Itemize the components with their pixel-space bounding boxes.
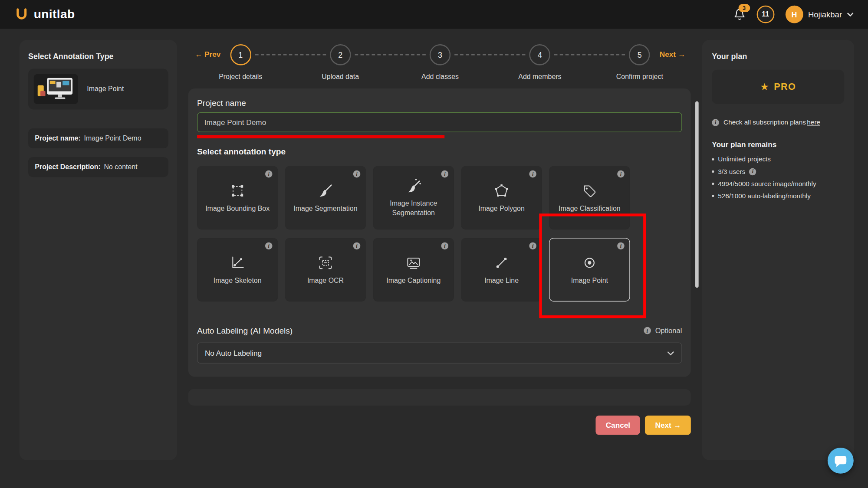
annotation-type-label: Image Captioning — [383, 276, 444, 285]
stepper-next-link[interactable]: Next → — [660, 50, 685, 59]
plan-item-projects: Unlimited projects — [712, 155, 844, 163]
annotation-type-section-title: Select annotation type — [197, 147, 682, 156]
stepper-connector — [554, 54, 625, 56]
info-icon[interactable] — [617, 170, 625, 178]
credits-counter[interactable]: 11 — [756, 6, 774, 23]
cancel-button[interactable]: Cancel — [596, 416, 640, 435]
annotation-type-label: Image Skeleton — [210, 276, 265, 285]
info-icon[interactable] — [441, 242, 449, 250]
user-menu[interactable]: H Hojiakbar — [786, 6, 854, 23]
auto-labeling-select[interactable]: No Auto Labeling — [197, 343, 682, 364]
instance-brush-icon — [405, 178, 422, 194]
notifications-button[interactable]: 3 — [733, 8, 746, 20]
info-icon[interactable] — [529, 242, 536, 250]
info-icon[interactable] — [353, 242, 361, 250]
info-icon[interactable] — [353, 170, 361, 178]
project-description-summary-label: Project Description: — [35, 163, 101, 171]
annotation-type-image-skeleton[interactable]: Image Skeleton — [197, 238, 278, 301]
point-icon — [581, 254, 598, 271]
next-button[interactable]: Next → — [645, 416, 691, 435]
subscription-plans-link[interactable]: here — [807, 118, 820, 126]
auto-labeling-row: Auto Labeling (AI Models) Optional — [197, 326, 682, 335]
annotation-type-image-instance-segmentation[interactable]: Image Instance Segmentation — [373, 166, 454, 230]
summary-title: Select Annotation Type — [28, 52, 168, 61]
step-3-add-classes[interactable]: 3 Add classes — [429, 44, 451, 81]
project-name-summary: Project name: Image Point Demo — [28, 128, 168, 148]
annotation-type-image-segmentation[interactable]: Image Segmentation — [285, 166, 366, 230]
plan-item-auto-labeling: 526/1000 auto-labeling/monthly — [712, 192, 844, 200]
step-5-confirm-project[interactable]: 5 Confirm project — [628, 44, 651, 81]
chevron-down-icon — [847, 12, 854, 16]
avatar: H — [786, 6, 803, 23]
info-icon[interactable] — [712, 119, 719, 126]
project-name-input[interactable] — [197, 112, 682, 132]
project-description-summary: Project Description: No content — [28, 157, 168, 177]
vertical-scrollbar[interactable] — [695, 101, 699, 288]
page-body: Select Annotation Type Image Point Proje… — [0, 29, 868, 460]
step-4-add-members[interactable]: 4 Add members — [529, 44, 551, 81]
annotation-underline — [197, 135, 444, 138]
annotation-type-image-polygon[interactable]: Image Polygon — [461, 166, 542, 230]
plan-sidebar: Your plan PRO Check all subscription pla… — [702, 40, 854, 460]
annotation-type-image-bounding-box[interactable]: Image Bounding Box — [197, 166, 278, 230]
plan-item-text: 4994/5000 source image/monthly — [718, 180, 816, 188]
chat-widget-button[interactable] — [828, 448, 854, 474]
annotation-type-image-classification[interactable]: Image Classification — [549, 166, 630, 230]
plan-name: PRO — [774, 81, 796, 92]
captioning-icon — [405, 254, 422, 271]
bullet-dot — [712, 195, 714, 197]
info-icon[interactable] — [441, 170, 449, 178]
chevron-down-icon — [667, 350, 674, 355]
bullet-dot — [712, 158, 714, 160]
auto-labeling-label: Auto Labeling (AI Models) — [197, 326, 293, 335]
project-name-summary-value: Image Point Demo — [84, 134, 141, 142]
polygon-icon — [493, 182, 510, 199]
annotation-type-label: Image OCR — [304, 276, 347, 285]
annotation-type-image-point[interactable]: Image Point — [549, 238, 630, 301]
annotation-type-image-captioning[interactable]: Image Captioning — [373, 238, 454, 301]
stepper-connector — [355, 54, 426, 56]
notification-badge: 3 — [738, 4, 750, 12]
plan-item-users: 3/3 users — [712, 167, 844, 175]
plan-item-source-images: 4994/5000 source image/monthly — [712, 180, 844, 188]
annotation-type-thumbnail — [34, 74, 78, 104]
stepper-connector — [255, 54, 326, 56]
note-prefix: Check all subscription plans — [723, 118, 806, 126]
step-2-upload-data[interactable]: 2 Upload data — [329, 44, 352, 81]
brand-logo[interactable]: unitlab — [14, 7, 75, 22]
step-label: Confirm project — [616, 73, 663, 81]
auto-labeling-value: No Auto Labeling — [205, 349, 262, 357]
project-description-summary-value: No content — [104, 163, 138, 171]
brand-name: unitlab — [34, 7, 75, 22]
step-1-project-details[interactable]: 1 Project details — [230, 44, 252, 81]
wizard-stepper: ← Prev 1 Project details 2 Upload data 3… — [188, 40, 691, 81]
bounding-box-icon — [229, 182, 246, 199]
step-circle: 5 — [629, 44, 650, 65]
ocr-icon — [317, 254, 334, 271]
info-icon[interactable] — [265, 170, 273, 178]
annotation-type-preview: Image Point — [28, 69, 168, 109]
info-icon[interactable] — [265, 242, 273, 250]
project-name-input-wrap — [197, 112, 682, 132]
annotation-type-label: Image Instance Segmentation — [374, 199, 454, 218]
summary-sidebar: Select Annotation Type Image Point Proje… — [20, 40, 178, 460]
plan-item-text: Unlimited projects — [718, 155, 771, 163]
project-name-field-label: Project name — [197, 98, 682, 108]
plan-remains-title: Your plan remains — [712, 141, 844, 149]
stepper-prev-link[interactable]: ← Prev — [195, 50, 220, 59]
step-label: Add members — [518, 73, 561, 81]
plan-title: Your plan — [712, 52, 844, 61]
bullet-dot — [712, 183, 714, 185]
info-icon[interactable] — [529, 170, 536, 178]
info-icon[interactable] — [749, 168, 756, 175]
annotation-type-label: Image Bounding Box — [202, 204, 273, 213]
annotation-type-image-ocr[interactable]: Image OCR — [285, 238, 366, 301]
info-icon[interactable] — [617, 242, 625, 250]
project-name-summary-label: Project name: — [35, 134, 80, 142]
plan-badge-card: PRO — [712, 70, 844, 104]
annotation-type-image-line[interactable]: Image Line — [461, 238, 542, 301]
info-icon[interactable] — [644, 327, 651, 334]
thumbnail-decor — [55, 97, 65, 99]
plan-item-text: 3/3 users — [718, 167, 745, 175]
annotation-type-grid: Image Bounding Box Image Segmentation — [197, 166, 682, 301]
